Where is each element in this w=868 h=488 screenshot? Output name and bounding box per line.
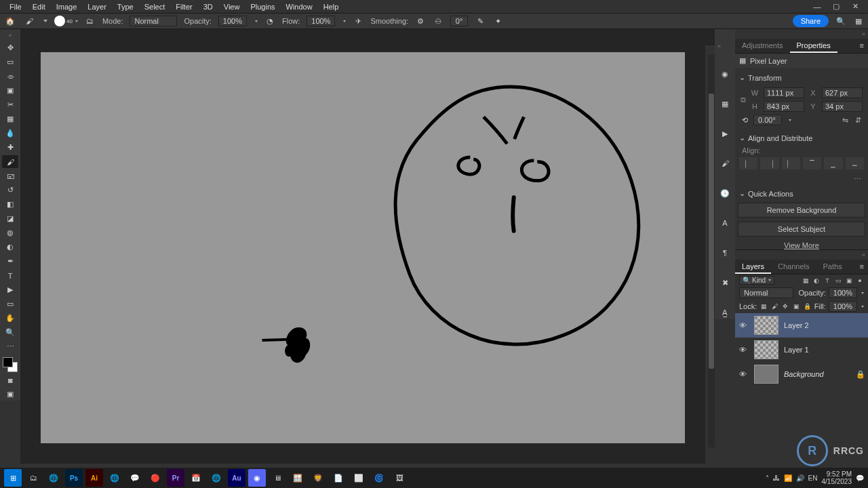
marquee-tool[interactable]: ▭ — [2, 56, 18, 68]
layer-name-label[interactable]: Background — [784, 370, 850, 378]
layers-menu-icon[interactable]: ≡ — [856, 260, 868, 274]
glyphs-panel-icon[interactable]: A̲ — [718, 306, 732, 319]
select-subject-button[interactable]: Select Subject — [738, 222, 865, 237]
panel-menu-icon[interactable]: ≡ — [856, 39, 868, 53]
align-left-button[interactable]: ⎸ — [739, 157, 757, 169]
link-dimensions-icon[interactable]: ⧉ — [741, 96, 746, 104]
opacity-caret-icon[interactable] — [255, 20, 258, 22]
type-tool[interactable]: T — [2, 269, 18, 282]
foreground-color-swatch[interactable] — [3, 357, 13, 367]
taskbar-app-icon[interactable]: 💬 — [126, 469, 144, 487]
layer-row-layer1[interactable]: 👁 Layer 1 — [735, 338, 868, 362]
color-swatches[interactable] — [3, 357, 18, 372]
visibility-icon[interactable]: 👁 — [739, 346, 749, 354]
transform-section-toggle[interactable]: ⌄ Transform — [735, 70, 868, 85]
zoom-tool[interactable]: 🔍 — [2, 326, 18, 339]
taskbar-premiere-icon[interactable]: Pr — [167, 469, 184, 487]
brushes-panel-icon[interactable]: 🖌 — [718, 157, 732, 170]
layers-blend-select[interactable]: Normal — [739, 287, 793, 298]
taskbar-chrome-icon[interactable]: 🌐 — [45, 469, 62, 487]
screenmode-tool[interactable]: ▣ — [2, 388, 18, 401]
taskbar-app-icon[interactable]: 🌀 — [370, 469, 388, 487]
menu-3d[interactable]: 3D — [198, 1, 218, 12]
tab-properties[interactable]: Properties — [790, 39, 837, 53]
menu-select[interactable]: Select — [139, 1, 171, 12]
flip-horizontal-icon[interactable]: ⇋ — [842, 116, 848, 125]
tool-preset-caret-icon[interactable] — [43, 20, 47, 22]
filter-pixel-icon[interactable]: ▦ — [802, 277, 810, 285]
menu-image[interactable]: Image — [51, 1, 83, 12]
lock-artboard-icon[interactable]: ▣ — [792, 302, 800, 310]
layer-thumbnail[interactable] — [754, 340, 778, 359]
align-more-icon[interactable]: ⋯ — [735, 175, 868, 186]
menu-help[interactable]: Help — [318, 1, 344, 12]
filter-smart-icon[interactable]: ▣ — [845, 277, 853, 285]
layer-thumbnail[interactable] — [754, 316, 778, 335]
menu-layer[interactable]: Layer — [82, 1, 112, 12]
lock-pixels-icon[interactable]: 🖌 — [770, 302, 778, 310]
history-panel-icon[interactable]: 🕓 — [718, 186, 732, 200]
fill-field[interactable]: 100% — [829, 301, 857, 312]
quickmask-tool[interactable]: ◙ — [2, 373, 18, 386]
menu-type[interactable]: Type — [112, 1, 139, 12]
menu-view[interactable]: View — [218, 1, 245, 12]
canvas[interactable] — [41, 52, 685, 443]
angle-field[interactable]: 0° — [450, 16, 468, 26]
symmetry-icon[interactable]: ✦ — [492, 16, 503, 26]
pen-tool[interactable]: ✒ — [2, 255, 18, 268]
align-top-button[interactable]: ⎺ — [803, 157, 821, 169]
search-icon[interactable]: 🔍 — [835, 16, 846, 26]
lock-all-icon[interactable]: 🔒 — [803, 302, 811, 310]
history-brush-tool[interactable]: ↺ — [2, 184, 18, 197]
align-section-toggle[interactable]: ⌄ Align and Distribute — [735, 131, 868, 145]
menu-file[interactable]: File — [4, 1, 27, 12]
taskbar-explorer-icon[interactable]: 🗂 — [24, 469, 42, 487]
tray-wifi-icon[interactable]: 📶 — [784, 474, 792, 482]
libraries-panel-icon[interactable]: ▶ — [718, 127, 732, 140]
y-field[interactable]: 34 px — [822, 101, 863, 112]
tray-network-icon[interactable]: 🖧 — [773, 474, 780, 482]
tab-layers[interactable]: Layers — [735, 260, 771, 274]
x-field[interactable]: 627 px — [822, 87, 863, 98]
menu-edit[interactable]: Edit — [27, 1, 51, 12]
taskbar-app-icon[interactable]: ⬜ — [350, 469, 368, 487]
taskbar-calendar-icon[interactable]: 📅 — [187, 469, 205, 487]
rotation-caret-icon[interactable] — [789, 119, 791, 121]
minimize-icon[interactable]: — — [812, 2, 822, 12]
size-pressure-icon[interactable]: ✎ — [475, 16, 486, 26]
flow-field[interactable]: 100% — [307, 16, 335, 26]
align-right-button[interactable]: ⎸ — [782, 157, 800, 169]
layer-row-layer2[interactable]: 👁 Layer 2 — [735, 313, 868, 338]
move-tool[interactable]: ✥ — [2, 41, 18, 54]
blend-mode-select[interactable]: Normal — [130, 16, 177, 26]
tray-language-icon[interactable]: EN — [808, 474, 818, 482]
filter-toggle-icon[interactable]: ● — [856, 277, 864, 285]
menu-plugins[interactable]: Plugins — [245, 1, 280, 12]
system-clock[interactable]: 9:52 PM 4/15/2023 — [822, 470, 852, 485]
taskbar-illustrator-icon[interactable]: Ai — [85, 469, 103, 487]
toolbox-collapse-icon[interactable]: » — [5, 30, 14, 40]
menu-filter[interactable]: Filter — [170, 1, 197, 12]
filter-adjustment-icon[interactable]: ◐ — [812, 277, 821, 285]
healing-tool[interactable]: ✚ — [2, 141, 18, 154]
tray-expand-icon[interactable]: ˄ — [766, 474, 769, 482]
filter-type-icon[interactable]: T — [823, 277, 831, 285]
taskbar-discord-icon[interactable]: ◉ — [248, 469, 266, 487]
blur-tool[interactable]: ◍ — [2, 226, 18, 239]
taskbar-app-icon[interactable]: 🖥 — [269, 469, 286, 487]
lock-transparency-icon[interactable]: ▦ — [760, 302, 768, 310]
opacity-pressure-icon[interactable]: ◔ — [264, 16, 275, 26]
properties-collapse-icon[interactable]: « — [735, 29, 868, 39]
character-panel-icon[interactable]: A — [718, 216, 732, 230]
swatches-panel-icon[interactable]: ▦ — [718, 97, 732, 110]
taskbar-audition-icon[interactable]: Au — [228, 469, 245, 487]
align-vcenter-button[interactable]: ⎯ — [824, 157, 842, 169]
brush-tool[interactable]: 🖌 — [2, 155, 18, 168]
flow-caret-icon[interactable] — [343, 20, 346, 22]
flip-vertical-icon[interactable]: ⇵ — [855, 116, 861, 125]
share-button[interactable]: Share — [793, 15, 829, 27]
brush-tool-icon[interactable]: 🖌 — [23, 15, 35, 27]
layer-row-background[interactable]: 👁 Background 🔒 — [735, 362, 868, 386]
eyedropper-tool[interactable]: 💧 — [2, 127, 18, 140]
height-field[interactable]: 843 px — [764, 101, 804, 112]
